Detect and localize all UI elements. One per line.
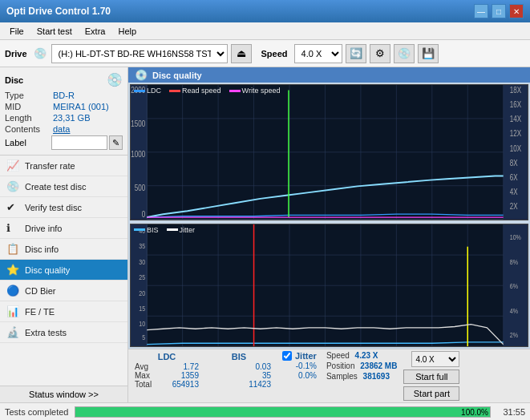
bottom-chart-legend: BIS Jitter bbox=[134, 226, 195, 234]
titlebar: Opti Drive Control 1.70 — □ ✕ bbox=[0, 0, 530, 22]
content-panel: 💿 Disc quality LDC Read speed bbox=[128, 67, 530, 402]
toolbar: Drive 💿 (H:) HL-DT-ST BD-RE WH16NS58 TST… bbox=[0, 40, 530, 67]
stats-ldc-avg-row: Avg 1.72 bbox=[135, 362, 199, 371]
nav-transfer-rate[interactable]: 📈 Transfer rate bbox=[0, 155, 127, 176]
jitter-label: Jitter bbox=[295, 351, 317, 361]
svg-text:20: 20 bbox=[139, 288, 145, 297]
stats-bis-avg-row: 0.03 bbox=[207, 362, 271, 371]
stats-bis-avg-val: 0.03 bbox=[207, 362, 271, 371]
drive-icon: 💿 bbox=[34, 47, 47, 59]
nav-drive-info[interactable]: ℹ Drive info bbox=[0, 218, 127, 239]
status-window-button[interactable]: Status window >> bbox=[0, 386, 127, 402]
stats-bis-col: BIS 0.03 35 11423 bbox=[207, 351, 271, 401]
nav-disc-quality[interactable]: ⭐ Disc quality bbox=[0, 260, 127, 281]
settings-button[interactable]: ⚙ bbox=[370, 44, 390, 63]
svg-text:6%: 6% bbox=[510, 281, 519, 290]
transfer-rate-icon: 📈 bbox=[6, 160, 21, 172]
stats-controls: 4.0 X Start full Start part bbox=[403, 351, 459, 401]
menu-help[interactable]: Help bbox=[111, 25, 143, 38]
refresh-button[interactable]: 🔄 bbox=[346, 44, 366, 63]
top-chart: LDC Read speed Write speed bbox=[130, 84, 528, 220]
verify-test-disc-icon: ✔ bbox=[6, 201, 21, 213]
minimize-button[interactable]: — bbox=[474, 4, 488, 18]
stats-ldc-max-row: Max 1359 bbox=[135, 371, 199, 380]
fe-te-icon: 📊 bbox=[6, 305, 21, 317]
svg-text:5: 5 bbox=[142, 333, 145, 341]
svg-text:0: 0 bbox=[142, 210, 145, 219]
legend-jitter: Jitter bbox=[167, 226, 196, 234]
nav-cd-bier[interactable]: 🔵 CD Bier bbox=[0, 281, 127, 301]
svg-text:10: 10 bbox=[139, 319, 145, 328]
nav-disc-info[interactable]: 📋 Disc info bbox=[0, 239, 127, 260]
svg-text:4%: 4% bbox=[510, 305, 519, 314]
close-button[interactable]: ✕ bbox=[509, 4, 524, 18]
disc-length-label: Length bbox=[5, 113, 53, 123]
nav-disc-info-label: Disc info bbox=[25, 244, 59, 254]
save-button[interactable]: 💾 bbox=[418, 44, 439, 63]
stats-avg-label: Avg bbox=[135, 362, 164, 371]
speed-row: Speed 4.23 X bbox=[326, 351, 398, 360]
charts-area: LDC Read speed Write speed bbox=[128, 83, 530, 349]
svg-text:500: 500 bbox=[135, 184, 145, 192]
write-speed-color bbox=[229, 90, 241, 92]
disc-label-edit-button[interactable]: ✎ bbox=[109, 135, 123, 150]
start-part-button[interactable]: Start part bbox=[403, 386, 459, 401]
disc-button[interactable]: 💿 bbox=[394, 44, 415, 63]
svg-text:8%: 8% bbox=[510, 256, 519, 265]
cd-bier-icon: 🔵 bbox=[6, 285, 21, 297]
legend-jitter-label: Jitter bbox=[180, 226, 196, 234]
drive-label: Drive bbox=[5, 49, 27, 59]
jitter-checkbox[interactable] bbox=[282, 351, 292, 361]
nav-extra-tests[interactable]: 🔬 Extra tests bbox=[0, 322, 127, 343]
nav-verify-test-disc-label: Verify test disc bbox=[25, 203, 82, 212]
samples-label: Samples bbox=[326, 372, 358, 381]
disc-label-input[interactable] bbox=[51, 135, 107, 150]
stats-ldc-max-val: 1359 bbox=[164, 371, 199, 380]
read-speed-color bbox=[169, 90, 180, 92]
stats-ldc-header: LDC bbox=[135, 351, 199, 362]
drive-select[interactable]: (H:) HL-DT-ST BD-RE WH16NS58 TST4 bbox=[51, 44, 228, 63]
legend-bis-label: BIS bbox=[147, 226, 159, 234]
bottom-chart: BIS Jitter bbox=[130, 224, 528, 347]
svg-text:10%: 10% bbox=[510, 232, 522, 241]
stats-bis-max-row: 35 bbox=[207, 371, 271, 380]
menu-extra[interactable]: Extra bbox=[79, 25, 112, 38]
position-label: Position bbox=[326, 361, 355, 370]
nav-fe-te[interactable]: 📊 FE / TE bbox=[0, 301, 127, 322]
speed-select[interactable]: 4.0 X bbox=[294, 44, 342, 63]
svg-text:1500: 1500 bbox=[131, 119, 145, 128]
legend-bis: BIS bbox=[134, 226, 159, 234]
disc-type-row: Type BD-R bbox=[5, 91, 123, 100]
stats-bis-total-val: 11423 bbox=[207, 380, 271, 389]
svg-text:6X: 6X bbox=[510, 173, 518, 182]
svg-text:2X: 2X bbox=[510, 202, 518, 211]
speed-label-stat: Speed bbox=[326, 351, 350, 360]
stats-bis-header: BIS bbox=[207, 351, 271, 362]
nav-create-test-disc[interactable]: 💿 Create test disc bbox=[0, 176, 127, 197]
maximize-button[interactable]: □ bbox=[492, 4, 506, 18]
nav-drive-info-label: Drive info bbox=[25, 224, 62, 233]
svg-text:14X: 14X bbox=[510, 115, 521, 124]
disc-quality-header-icon: 💿 bbox=[135, 69, 148, 81]
start-full-button[interactable]: Start full bbox=[403, 370, 459, 384]
samples-row: Samples 381693 bbox=[326, 372, 398, 381]
disc-quality-header: 💿 Disc quality bbox=[128, 67, 530, 83]
svg-text:15: 15 bbox=[139, 304, 145, 313]
disc-length-row: Length 23,31 GB bbox=[5, 113, 123, 123]
disc-icon: 💿 bbox=[107, 72, 123, 87]
menu-file[interactable]: File bbox=[3, 25, 30, 38]
stats-area: LDC Avg 1.72 Max 1359 Total 654913 BIS bbox=[128, 349, 530, 402]
eject-button[interactable]: ⏏ bbox=[231, 44, 252, 63]
legend-ldc-label: LDC bbox=[147, 87, 161, 95]
stats-speed-select[interactable]: 4.0 X bbox=[411, 351, 459, 367]
menu-start-test[interactable]: Start test bbox=[30, 25, 79, 38]
nav-verify-test-disc[interactable]: ✔ Verify test disc bbox=[0, 197, 127, 218]
disc-quality-icon: ⭐ bbox=[6, 264, 21, 276]
nav-transfer-rate-label: Transfer rate bbox=[25, 161, 75, 171]
nav-items: 📈 Transfer rate 💿 Create test disc ✔ Ver… bbox=[0, 155, 127, 386]
stats-ldc-avg-val: 1.72 bbox=[164, 362, 199, 371]
disc-contents-value[interactable]: data bbox=[53, 124, 123, 134]
disc-mid-label: MID bbox=[5, 102, 53, 111]
legend-write-speed: Write speed bbox=[229, 87, 281, 95]
svg-text:4X: 4X bbox=[510, 188, 518, 196]
